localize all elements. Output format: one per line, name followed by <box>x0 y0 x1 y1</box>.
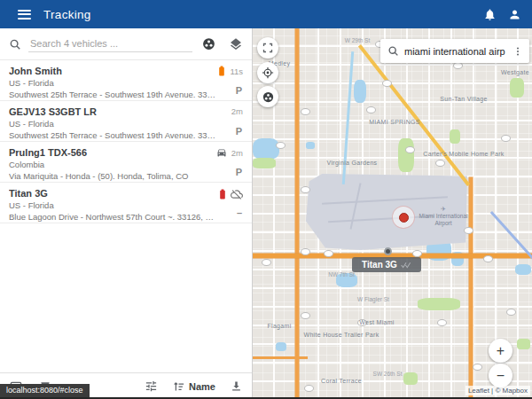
vehicle-address: Blue Lagoon Drive - Northwest 57th Court… <box>9 211 220 223</box>
road-shield <box>382 80 392 87</box>
vehicle-name: GEJV13 S3GBT LR <box>9 106 192 118</box>
map[interactable]: MedleyWestgateMIAMI SPRINGSVirginia Gard… <box>253 28 532 399</box>
map-place-label: West Miami <box>359 319 394 325</box>
fullscreen-button[interactable] <box>257 37 278 59</box>
road-shield <box>301 248 310 255</box>
road-shield <box>405 146 415 153</box>
search-icon <box>9 38 21 51</box>
map-search-menu-button[interactable] <box>511 43 525 59</box>
tracking-app: Tracking John Smith US - Florida Southw <box>0 0 532 399</box>
vehicle-row-titan-3g[interactable]: Titan 3G US - Florida Blue Lagoon Drive … <box>0 183 252 223</box>
road-shield <box>435 160 445 167</box>
tune-button[interactable] <box>145 379 158 393</box>
map-place-label: Sun-Tan Village <box>440 96 487 102</box>
park-area <box>253 158 276 168</box>
vehicle-search-input[interactable] <box>28 35 192 52</box>
double-check-icon <box>401 261 411 270</box>
park-area <box>510 78 524 98</box>
vehicle-address: Via Mariquita - Honda - (50). Honda, Tol… <box>9 170 220 182</box>
vehicle-row-gejv13[interactable]: GEJV13 S3GBT LR US - Florida Southwest 2… <box>0 101 252 142</box>
map-search-box <box>380 39 529 63</box>
vehicle-region: Colombia <box>9 159 243 170</box>
road-shield <box>301 108 310 115</box>
map-street-label: SW 26th St <box>373 371 403 377</box>
top-bar: Tracking <box>0 0 532 28</box>
traffic-icon <box>262 90 275 104</box>
battery-red-icon <box>219 189 226 200</box>
dots-vertical-icon <box>512 45 523 58</box>
vehicle-sidebar: John Smith US - Florida Southwest 25th T… <box>0 28 253 399</box>
road-shield <box>483 255 493 262</box>
sort-button[interactable]: Name <box>172 379 215 393</box>
water-area <box>306 142 315 149</box>
sort-label: Name <box>189 381 215 392</box>
water-area <box>354 80 366 103</box>
park-area <box>517 339 530 349</box>
search-result-marker[interactable] <box>399 213 409 223</box>
map-place-label: Virginia Gardens <box>327 160 378 166</box>
download-button[interactable] <box>230 379 243 393</box>
highway-vertical-west <box>295 28 299 399</box>
road-shield <box>437 319 447 326</box>
map-street-label: W 29th St <box>345 37 371 43</box>
zoom-out-button[interactable]: − <box>489 364 512 387</box>
menu-icon[interactable] <box>18 10 31 20</box>
vehicle-update-time: 2m <box>231 106 243 116</box>
status-bar: localhost:8080/#close <box>0 384 90 397</box>
poi-name: Miami International Airport <box>416 213 471 227</box>
car-icon <box>216 147 227 158</box>
layers-icon[interactable] <box>229 37 243 51</box>
park-area <box>418 298 460 310</box>
road-shield <box>304 385 314 392</box>
cloud-off-icon <box>231 188 243 200</box>
vehicle-motion-state: P <box>236 167 242 177</box>
water-area <box>515 264 531 275</box>
park-area <box>450 129 460 144</box>
map-place-label: White House Trailer Park <box>303 332 379 338</box>
battery-orange-icon <box>218 66 225 76</box>
vehicle-tooltip: Titan 3G <box>352 257 421 272</box>
my-location-icon <box>262 66 274 79</box>
water-area <box>276 342 286 351</box>
map-place-label: MIAMI SPRINGS <box>369 119 420 125</box>
vehicle-row-prulng1[interactable]: Prulng1 TDX-566 Colombia Via Mariquita -… <box>0 142 252 183</box>
vehicle-region: US - Florida <box>9 77 243 89</box>
page-title: Tracking <box>43 8 91 21</box>
vehicle-name: Prulng1 TDX-566 <box>9 146 192 159</box>
map-search-input[interactable] <box>404 46 505 57</box>
person-icon[interactable] <box>507 7 521 21</box>
map-street-label: W Flagler St <box>357 296 389 302</box>
tune-icon <box>145 379 158 393</box>
vehicle-row-john-smith[interactable]: John Smith US - Florida Southwest 25th T… <box>0 60 252 101</box>
road-shield <box>301 186 310 193</box>
vehicle-marker-titan[interactable] <box>384 247 392 255</box>
map-street-label: NW 7th St <box>328 271 355 278</box>
vehicle-status-icons: 2m <box>216 147 243 158</box>
status-filter-icon[interactable] <box>201 36 216 51</box>
road-shield <box>473 364 482 371</box>
vehicle-status-icons <box>219 188 243 200</box>
fullscreen-icon <box>262 43 273 53</box>
airplane-icon: ✈ <box>441 206 446 213</box>
vehicle-address: Southwest 25th Terrace - Southwest 19th … <box>9 129 220 141</box>
map-attribution[interactable]: Leaflet | © Mapbox <box>466 386 530 395</box>
zoom-in-button[interactable]: + <box>489 339 512 363</box>
airport-poi-label: ✈ Miami International Airport <box>416 206 471 227</box>
map-place-label: Carter's Mobile Home Park <box>423 151 504 157</box>
traffic-button[interactable] <box>257 86 278 107</box>
vehicle-tooltip-text: Titan 3G <box>362 260 397 270</box>
road-shield <box>501 135 511 142</box>
vehicle-address: Southwest 25th Terrace - Southwest 19th … <box>9 89 220 100</box>
bell-icon[interactable] <box>482 7 497 21</box>
toolbar-right-group: Name <box>145 379 243 393</box>
road-shield <box>276 142 286 149</box>
vehicle-search-row <box>0 28 252 60</box>
vehicle-update-time: 11s <box>230 66 243 76</box>
map-place-label: Flagami <box>268 323 292 329</box>
vehicle-region: US - Florida <box>9 118 243 129</box>
search-filter-icons <box>201 36 243 51</box>
water-area <box>253 138 279 160</box>
road-shield <box>464 227 473 234</box>
my-location-button[interactable] <box>257 62 278 83</box>
map-place-label: Westgate <box>501 69 529 75</box>
